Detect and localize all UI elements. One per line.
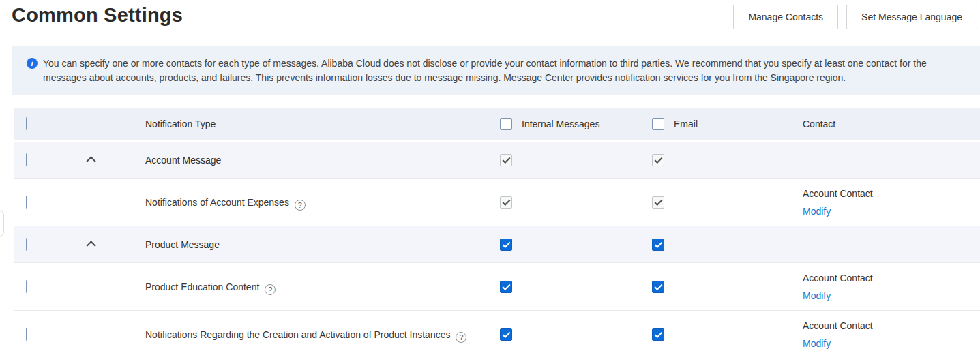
notification-type-cell: Product Education Content: [145, 279, 493, 295]
notification-type-cell: Notifications Regarding the Creation and…: [145, 326, 493, 343]
info-banner-text: You can specify one or more contacts for…: [43, 57, 964, 85]
email-checkbox[interactable]: [652, 328, 664, 341]
table-row-account-message: Account Message: [14, 142, 980, 179]
info-icon: i: [27, 58, 38, 69]
column-header-contact: Contact: [796, 118, 980, 130]
group-label: Product Message: [145, 236, 493, 253]
email-checkbox[interactable]: [652, 239, 664, 251]
table-row-product-instances: Notifications Regarding the Creation and…: [14, 311, 980, 353]
help-icon[interactable]: [265, 284, 276, 295]
row-label: Product Education Content: [145, 281, 259, 292]
internal-messages-checkbox[interactable]: [500, 281, 512, 293]
row-checkbox[interactable]: [26, 280, 27, 293]
table-row-product-education: Product Education Content Account Contac…: [14, 263, 980, 311]
table-header-row: Notification Type Internal Messages Emai…: [14, 108, 980, 142]
email-checkbox[interactable]: [652, 154, 664, 166]
internal-messages-checkbox[interactable]: [500, 239, 512, 251]
notification-settings-table: Notification Type Internal Messages Emai…: [14, 108, 980, 353]
column-header-notification-type: Notification Type: [145, 116, 493, 132]
internal-messages-column-checkbox[interactable]: [500, 118, 512, 130]
help-icon[interactable]: [295, 200, 306, 211]
notification-type-cell: Notifications of Account Expenses: [145, 194, 493, 211]
contact-name: Account Contact: [803, 272, 980, 284]
table-row-product-message: Product Message: [14, 226, 980, 263]
email-checkbox[interactable]: [652, 196, 664, 209]
row-label: Notifications of Account Expenses: [145, 197, 289, 208]
contact-name: Account Contact: [803, 187, 980, 200]
header-actions: Manage Contacts Set Message Language: [733, 5, 977, 29]
column-header-internal-messages: Internal Messages: [522, 119, 599, 129]
column-header-email: Email: [674, 119, 698, 129]
modify-link[interactable]: Modify: [803, 206, 831, 217]
collapse-caret-icon[interactable]: [86, 241, 95, 250]
manage-contacts-button[interactable]: Manage Contacts: [733, 5, 838, 29]
page-header: Common Settings Manage Contacts Set Mess…: [0, 0, 980, 46]
row-checkbox[interactable]: [26, 196, 27, 209]
collapse-caret-icon[interactable]: [86, 156, 95, 166]
table-row-account-expenses: Notifications of Account Expenses Accoun…: [14, 179, 980, 226]
help-icon[interactable]: [456, 332, 466, 343]
row-label: Notifications Regarding the Creation and…: [145, 329, 450, 340]
select-all-checkbox[interactable]: [26, 117, 27, 130]
row-checkbox[interactable]: [26, 153, 27, 166]
row-checkbox[interactable]: [26, 238, 27, 251]
set-message-language-button[interactable]: Set Message Language: [846, 5, 977, 29]
modify-link[interactable]: Modify: [803, 338, 831, 349]
email-checkbox[interactable]: [652, 281, 664, 293]
contact-name: Account Contact: [803, 320, 980, 332]
internal-messages-checkbox[interactable]: [500, 154, 512, 166]
internal-messages-checkbox[interactable]: [500, 328, 512, 341]
email-column-checkbox[interactable]: [652, 118, 664, 130]
modify-link[interactable]: Modify: [803, 290, 831, 301]
edge-panel-handle[interactable]: [0, 210, 4, 237]
group-label: Account Message: [145, 152, 493, 168]
row-checkbox[interactable]: [26, 328, 27, 341]
internal-messages-checkbox[interactable]: [500, 196, 512, 209]
info-banner: i You can specify one or more contacts f…: [12, 46, 980, 95]
